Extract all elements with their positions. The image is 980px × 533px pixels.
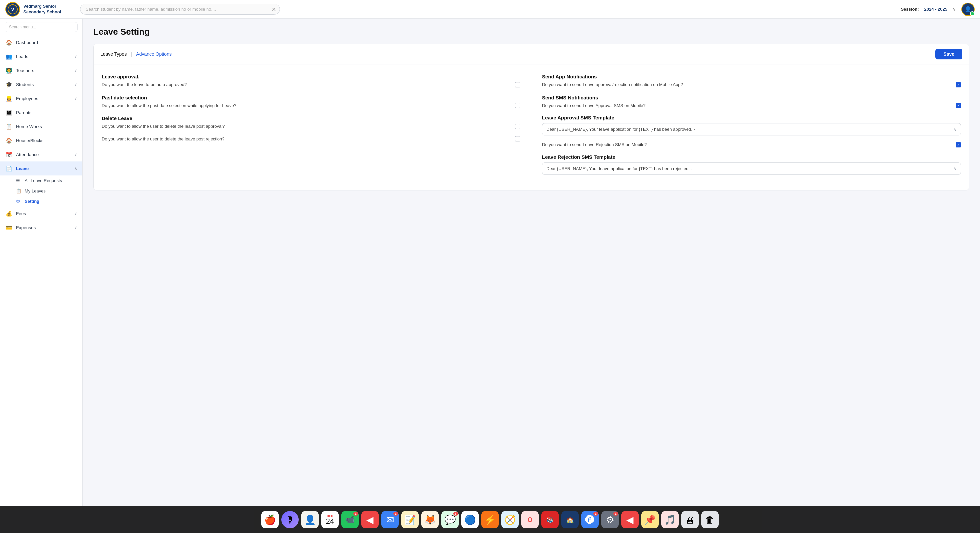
dock-trash[interactable]: 🗑 bbox=[702, 511, 719, 528]
sidebar-sub-all-leave-requests[interactable]: ☰ All Leave Requests bbox=[16, 176, 82, 186]
past-date-desc: Do you want to allow the past date selec… bbox=[102, 102, 520, 109]
school-logo: V bbox=[5, 2, 20, 17]
dock-music[interactable]: 🎵 bbox=[661, 511, 679, 528]
dock-printer[interactable]: 🖨 bbox=[681, 511, 698, 528]
dock-finder[interactable]: 🍎 bbox=[261, 511, 278, 528]
chevron-down-icon: ∨ bbox=[74, 211, 77, 216]
rejection-sms-checkbox[interactable]: ✓ bbox=[956, 142, 961, 147]
svg-text:V: V bbox=[11, 7, 14, 12]
sidebar-item-label: Teachers bbox=[16, 68, 71, 73]
dock-whatsapp[interactable]: 💬3 bbox=[441, 511, 459, 528]
leave-approval-title: Leave approval. bbox=[102, 74, 520, 80]
page-title: Leave Setting bbox=[93, 27, 969, 37]
sidebar-item-leave[interactable]: 📄 Leave ∧ bbox=[0, 161, 82, 176]
mail-badge: 1 bbox=[393, 512, 398, 515]
search-clear-icon[interactable]: ✕ bbox=[272, 6, 276, 12]
sidebar-item-employees[interactable]: 👷 Employees ∨ bbox=[0, 91, 82, 105]
past-date-title: Past date selection bbox=[102, 95, 520, 101]
delete-leave-post-approval-checkbox[interactable] bbox=[515, 124, 520, 129]
approval-sms-template-wrap[interactable]: Dear {USER_NAME}, Your leave application… bbox=[542, 123, 961, 136]
search-bar[interactable]: ✕ bbox=[80, 4, 280, 15]
avatar[interactable]: 👤 bbox=[961, 3, 975, 16]
left-column: Leave approval. Do you want the leave to… bbox=[102, 74, 531, 181]
attendance-icon: 📅 bbox=[5, 151, 13, 158]
rejection-sms-template-wrap[interactable]: Dear {USER_NAME}, Your leave application… bbox=[542, 163, 961, 175]
tab-advance-options[interactable]: Advance Options bbox=[136, 50, 172, 58]
dock-mail[interactable]: ✉1 bbox=[381, 511, 399, 528]
sidebar-sub-label: Setting bbox=[25, 199, 39, 204]
dock-safari[interactable]: 🧭 bbox=[501, 511, 519, 528]
sidebar-item-expenses[interactable]: 💳 Expenses ∨ bbox=[0, 220, 82, 235]
expenses-icon: 💳 bbox=[5, 224, 13, 231]
sms-notifications-checkbox[interactable]: ✓ bbox=[956, 103, 961, 108]
whatsapp-badge: 3 bbox=[453, 512, 458, 515]
avatar-online-badge bbox=[970, 11, 975, 16]
sidebar-item-label: Parents bbox=[16, 110, 77, 115]
past-date-checkbox[interactable] bbox=[515, 103, 520, 108]
sidebar-item-houseblocks[interactable]: 🏠 House/Blocks bbox=[0, 133, 82, 147]
dock-firefox[interactable]: 🦊 bbox=[422, 511, 439, 528]
delete-leave-post-approval-desc: Do you want to allow the user to delete … bbox=[102, 123, 520, 130]
sidebar-search-area[interactable] bbox=[0, 19, 82, 35]
sidebar-sub-setting[interactable]: ⚙ Setting bbox=[16, 196, 82, 206]
sidebar-search-input[interactable] bbox=[5, 22, 78, 32]
my-leaves-icon: 📋 bbox=[16, 188, 22, 193]
app-notifications-checkbox[interactable]: ✓ bbox=[956, 82, 961, 88]
sidebar-item-attendance[interactable]: 📅 Attendance ∨ bbox=[0, 147, 82, 161]
dock-chrome[interactable]: 🔵 bbox=[461, 511, 479, 528]
session-value: 2024 - 2025 bbox=[924, 7, 947, 12]
dock-facetime[interactable]: 📹1 bbox=[341, 511, 359, 528]
sms-notifications-desc: Do you want to send Leave Approval SMS o… bbox=[542, 102, 961, 109]
sidebar-item-students[interactable]: 🎓 Students ∨ bbox=[0, 77, 82, 91]
dock-stickies[interactable]: 📌 bbox=[641, 511, 659, 528]
dock-anytodo2[interactable]: ◀ bbox=[621, 511, 639, 528]
dock-vedmarg[interactable]: 📚 bbox=[541, 511, 558, 528]
chevron-down-icon: ∨ bbox=[74, 69, 77, 73]
facetime-badge: 1 bbox=[353, 512, 358, 515]
dock-notes[interactable]: 📝 bbox=[401, 511, 418, 528]
sidebar-sub-my-leaves[interactable]: 📋 My Leaves bbox=[16, 186, 82, 196]
sidebar-item-homeworks[interactable]: 📋 Home Works bbox=[0, 120, 82, 133]
rejection-sms-template-select[interactable]: Dear {USER_NAME}, Your leave application… bbox=[542, 163, 961, 175]
search-input[interactable] bbox=[80, 4, 280, 15]
chevron-down-icon: ∨ bbox=[74, 225, 77, 230]
chevron-down-icon: ∨ bbox=[74, 152, 77, 157]
approval-sms-template-select[interactable]: Dear {USER_NAME}, Your leave application… bbox=[542, 123, 961, 136]
dock-contacts[interactable]: 👤 bbox=[301, 511, 319, 528]
setting-icon: ⚙ bbox=[16, 199, 22, 204]
dock-opera[interactable]: O bbox=[521, 511, 539, 528]
mac-dock: 🍎 🎙 👤 DEC 24 📹1 ◀ ✉1 📝 🦊 💬3 🔵 ⚡ 🧭 O 📚 🏫 … bbox=[0, 506, 980, 533]
dock-anytodo[interactable]: ◀ bbox=[361, 511, 379, 528]
delete-leave-title: Delete Leave bbox=[102, 115, 520, 121]
sidebar-item-parents[interactable]: 👨‍👩‍👧 Parents bbox=[0, 105, 82, 120]
leave-icon: 📄 bbox=[5, 165, 13, 172]
chevron-up-icon: ∧ bbox=[74, 166, 77, 171]
dock-calendar[interactable]: DEC 24 bbox=[321, 511, 339, 528]
dock-vadmin[interactable]: 🏫 bbox=[562, 511, 579, 528]
tab-leave-types[interactable]: Leave Types bbox=[100, 50, 127, 58]
sidebar-item-label: House/Blocks bbox=[16, 138, 77, 143]
sidebar-item-dashboard[interactable]: 🏠 Dashboard bbox=[0, 35, 82, 49]
sidebar-item-leads[interactable]: 👥 Leads ∨ bbox=[0, 49, 82, 63]
dock-settings[interactable]: ⚙1 bbox=[601, 511, 619, 528]
appstore-badge: 1 bbox=[593, 512, 598, 515]
dock-appstore[interactable]: 🅐1 bbox=[581, 511, 599, 528]
dock-sublime[interactable]: ⚡ bbox=[481, 511, 499, 528]
card-tabs: Leave Types | Advance Options Save bbox=[94, 44, 969, 64]
main-content: Leave Setting Leave Types | Advance Opti… bbox=[83, 19, 980, 506]
sidebar-sub-label: All Leave Requests bbox=[25, 178, 62, 183]
save-button[interactable]: Save bbox=[935, 49, 963, 59]
delete-leave-post-rejection-checkbox[interactable] bbox=[515, 136, 520, 141]
sidebar-item-teachers[interactable]: 👨‍🏫 Teachers ∨ bbox=[0, 63, 82, 77]
sidebar-item-label: Home Works bbox=[16, 124, 77, 129]
sidebar-item-label: Students bbox=[16, 82, 71, 87]
leave-submenu: ☰ All Leave Requests 📋 My Leaves ⚙ Setti… bbox=[0, 176, 82, 206]
leave-approval-checkbox[interactable] bbox=[515, 82, 520, 88]
sidebar-item-fees[interactable]: 💰 Fees ∨ bbox=[0, 206, 82, 220]
dock-siri[interactable]: 🎙 bbox=[282, 511, 299, 528]
fees-icon: 💰 bbox=[5, 210, 13, 217]
approval-sms-template-label: Leave Approval SMS Template bbox=[542, 115, 961, 120]
sms-notifications-title: Send SMS Notifications bbox=[542, 95, 961, 101]
list-icon: ☰ bbox=[16, 178, 22, 183]
session-chevron[interactable]: ∨ bbox=[953, 7, 956, 12]
